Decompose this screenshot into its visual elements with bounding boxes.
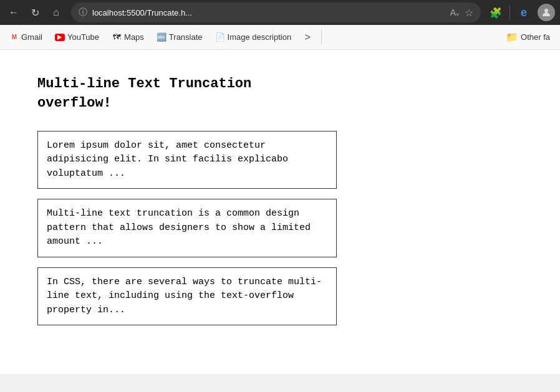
gmail-favicon: M — [10, 33, 19, 42]
other-favorites-label: Other fa — [521, 32, 550, 42]
page-content: Multi-line Text Truncationoverflow! Lore… — [0, 50, 560, 374]
bookmark-translate-label: Translate — [169, 32, 203, 42]
browser-icons-right: 🧩 e — [487, 4, 555, 21]
bookmarks-divider — [321, 30, 322, 45]
bookmark-translate[interactable]: 🔤 Translate — [152, 30, 208, 45]
doc-favicon: 📄 — [215, 32, 225, 42]
text-box-1: Lorem ipsum dolor sit, amet consectetur … — [37, 131, 337, 189]
address-bar[interactable]: ⓘ localhost:5500/Truncate.h... Aᵥ ☆ — [71, 2, 481, 22]
read-mode-icon: Aᵥ — [450, 7, 460, 17]
extensions-icon[interactable]: 🧩 — [487, 4, 504, 21]
profile-button[interactable] — [538, 4, 555, 21]
edge-logo-icon[interactable]: e — [515, 4, 533, 21]
text-box-3-content: In CSS, there are several ways to trunca… — [47, 277, 322, 315]
translate-favicon: 🔤 — [157, 32, 167, 42]
youtube-favicon — [55, 32, 65, 42]
folder-icon: 📁 — [506, 31, 518, 43]
bookmark-youtube[interactable]: YouTube — [50, 30, 104, 45]
text-box-2: Multi-line text truncation is a common d… — [37, 199, 337, 257]
page-title: Multi-line Text Truncationoverflow! — [37, 75, 523, 113]
info-icon: ⓘ — [79, 7, 87, 18]
bookmarks-bar: M Gmail YouTube 🗺 Maps 🔤 Translate 📄 Ima… — [0, 25, 560, 50]
text-box-1-content: Lorem ipsum dolor sit, amet consectetur … — [47, 140, 288, 179]
bookmark-gmail[interactable]: M Gmail — [5, 30, 47, 44]
svg-point-0 — [544, 9, 548, 12]
bookmark-youtube-label: YouTube — [67, 32, 99, 42]
toolbar-divider — [509, 5, 510, 20]
bookmark-gmail-label: Gmail — [21, 32, 42, 42]
bookmark-maps[interactable]: 🗺 Maps — [107, 30, 149, 45]
back-button[interactable]: ← — [5, 4, 22, 21]
title-bar: ← ↻ ⌂ ⓘ localhost:5500/Truncate.h... Aᵥ … — [0, 0, 560, 25]
refresh-button[interactable]: ↻ — [26, 4, 44, 21]
maps-favicon: 🗺 — [112, 32, 122, 42]
other-favorites-button[interactable]: 📁 Other fa — [501, 29, 555, 45]
star-icon[interactable]: ☆ — [465, 7, 473, 19]
bookmark-maps-label: Maps — [124, 32, 144, 42]
bookmark-image-description[interactable]: 📄 Image description — [210, 30, 297, 45]
browser-chrome: ← ↻ ⌂ ⓘ localhost:5500/Truncate.h... Aᵥ … — [0, 0, 560, 50]
bookmark-image-description-label: Image description — [228, 32, 292, 42]
text-box-2-content: Multi-line text truncation is a common d… — [47, 208, 311, 247]
address-text: localhost:5500/Truncate.h... — [92, 8, 445, 17]
home-button[interactable]: ⌂ — [47, 4, 65, 21]
bookmarks-more-button[interactable]: > — [299, 29, 316, 46]
text-box-3: In CSS, there are several ways to trunca… — [37, 267, 337, 326]
nav-buttons: ← ↻ ⌂ — [5, 4, 65, 21]
